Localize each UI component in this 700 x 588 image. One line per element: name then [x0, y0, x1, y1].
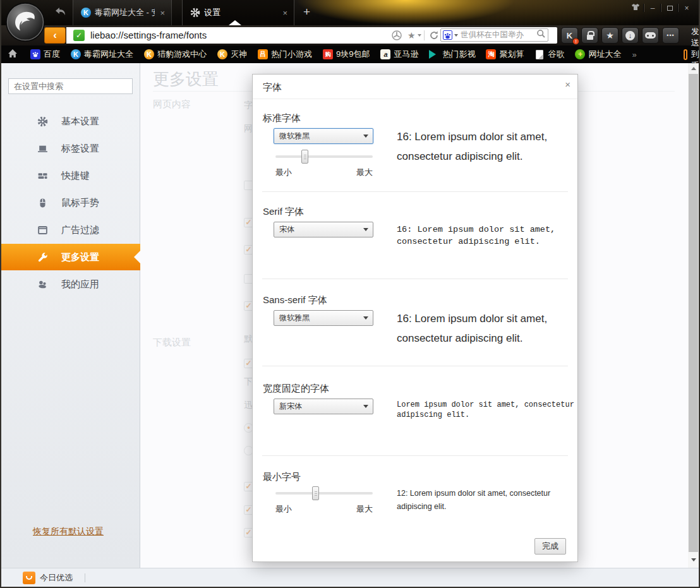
- bookmark-juhuasuan[interactable]: 淘聚划算: [486, 49, 524, 60]
- bookmark-liebao-games[interactable]: K猎豹游戏中心: [144, 49, 207, 60]
- gear-icon: [37, 116, 48, 127]
- phone-icon: [684, 49, 687, 60]
- standard-font-preview: 16: Lorem ipsum dolor sit amet, consecte…: [397, 127, 565, 166]
- tab-close-icon[interactable]: ×: [281, 8, 289, 18]
- close-button[interactable]: ×: [679, 3, 695, 13]
- theme-skin-icon[interactable]: [627, 3, 644, 13]
- slider-track[interactable]: [275, 492, 373, 495]
- dropdown-caret-icon: [363, 135, 368, 138]
- standard-font-select[interactable]: 微软雅黑: [274, 128, 373, 144]
- settings-search-input[interactable]: [8, 78, 133, 94]
- clipped-text-fragment: 默: [244, 333, 253, 345]
- serif-font-heading: Serif 字体: [263, 206, 304, 218]
- dropdown-caret-icon: [363, 316, 368, 320]
- scroll-down-arrow-icon[interactable]: [688, 552, 699, 568]
- bookmark-mieshen[interactable]: K灭神: [217, 49, 247, 60]
- standard-font-size-slider[interactable]: [275, 150, 373, 164]
- bookmark-mini-games[interactable]: 吕热门小游戏: [258, 49, 312, 60]
- bookmark-duba-nav[interactable]: K毒霸网址大全: [71, 49, 133, 60]
- slider-handle[interactable]: [312, 486, 319, 500]
- reset-defaults-link[interactable]: 恢复所有默认设置: [33, 526, 104, 537]
- laptop-icon: [37, 143, 48, 154]
- clipped-text-fragment: 网: [244, 123, 253, 135]
- home-icon[interactable]: [8, 49, 18, 60]
- tab-close-icon[interactable]: ×: [159, 8, 166, 18]
- url-text[interactable]: liebao://settings-frame/fonts: [90, 27, 207, 44]
- sans-serif-font-preview: 16: Lorem ipsum dolor sit amet, consecte…: [397, 309, 565, 348]
- kingsoft-k-button[interactable]: K !: [561, 27, 578, 44]
- titlebar-back-arrow-icon[interactable]: [54, 7, 67, 17]
- fixed-width-font-select[interactable]: 新宋体: [274, 399, 373, 414]
- minimize-button[interactable]: –: [644, 3, 661, 13]
- star-dropdown-caret-icon[interactable]: [418, 34, 421, 37]
- sidebar-item-tabs[interactable]: 标签设置: [1, 135, 140, 162]
- nav-wheel-icon[interactable]: [391, 30, 402, 41]
- slider-track[interactable]: [275, 155, 373, 158]
- divider: [262, 455, 568, 456]
- bookmark-amazon[interactable]: a亚马逊: [380, 49, 418, 60]
- today-picks-button[interactable]: 今日优选: [40, 572, 73, 584]
- tab-favicon-k-icon: K: [81, 8, 91, 18]
- sans-serif-font-heading: Sans-serif 字体: [263, 294, 327, 306]
- settings-sidebar: 基本设置 标签设置 快捷键 鼠标手势 广告过滤: [1, 63, 140, 568]
- bookmark-site-nav[interactable]: +网址大全: [575, 49, 621, 60]
- dialog-title: 字体: [263, 81, 282, 93]
- sans-serif-font-select[interactable]: 微软雅黑: [274, 310, 373, 326]
- slider-handle[interactable]: [301, 150, 308, 164]
- search-box[interactable]: 世俱杯在中国举办: [440, 28, 548, 42]
- bookmark-baidu[interactable]: 百度: [30, 49, 60, 60]
- sidebar-item-my-apps[interactable]: 我的应用: [1, 271, 140, 297]
- scrollbar-thumb[interactable]: [689, 74, 698, 552]
- sidebar-item-more-settings[interactable]: 更多设置: [1, 244, 140, 270]
- dropdown-caret-icon: [363, 228, 368, 231]
- address-bar[interactable]: ✓ liebao://settings-frame/fonts ★ 世俱杯在中国…: [66, 27, 557, 44]
- tab-title: 设置: [204, 7, 277, 18]
- sidebar-item-hotkeys[interactable]: 快捷键: [1, 162, 140, 189]
- tab-duba-site[interactable]: K 毒霸网址大全 - 安全... ×: [73, 0, 172, 25]
- search-hotword[interactable]: 世俱杯在中国举办: [461, 30, 536, 40]
- dialog-close-icon[interactable]: ×: [565, 79, 570, 90]
- maximize-button[interactable]: [661, 3, 678, 13]
- taobao-icon: 淘: [486, 49, 496, 59]
- scroll-up-arrow-icon[interactable]: [688, 63, 699, 74]
- sidebar-item-ad-filter[interactable]: 广告过滤: [1, 217, 140, 243]
- section-label-web-content: 网页内容: [153, 99, 191, 111]
- liebao-browser-logo[interactable]: [5, 2, 45, 42]
- fixed-width-font-heading: 宽度固定的字体: [263, 383, 329, 395]
- search-engine-paw-icon[interactable]: [443, 30, 452, 40]
- window-icon: [37, 224, 48, 236]
- slider-labels: 最小最大: [275, 167, 373, 178]
- clipped-checkbox-checked: ✓: [244, 505, 253, 515]
- vertical-scrollbar[interactable]: [688, 63, 699, 568]
- divider: [262, 366, 568, 366]
- search-magnifier-icon[interactable]: [536, 29, 546, 41]
- shopping-bag-icon[interactable]: [23, 572, 35, 584]
- privacy-lock-button[interactable]: [581, 27, 598, 44]
- favorites-button[interactable]: ★: [601, 27, 619, 44]
- sidebar-item-mouse-gestures[interactable]: 鼠标手势: [1, 189, 140, 216]
- new-tab-button[interactable]: +: [303, 5, 310, 19]
- refresh-icon[interactable]: [428, 30, 440, 41]
- address-bar-row: ‹ ✓ liebao://settings-frame/fonts ★ 世俱杯在…: [1, 25, 699, 45]
- page-title: 更多设置: [153, 68, 219, 90]
- baidu-paw-icon: [30, 49, 40, 59]
- clipped-radio: •: [244, 423, 253, 433]
- clipped-checkbox-checked: ✓: [244, 482, 253, 491]
- bookmark-9kuai9[interactable]: 购9块9包邮: [323, 49, 370, 60]
- window-controls: – ×: [627, 3, 695, 13]
- engine-dropdown-caret-icon[interactable]: [454, 34, 458, 37]
- clipped-checkbox-checked: ✓: [244, 301, 253, 311]
- done-button[interactable]: 完成: [534, 538, 566, 555]
- divider: [262, 279, 568, 279]
- bookmark-hot-video[interactable]: 热门影视: [429, 49, 475, 60]
- tab-gear-icon: [190, 8, 200, 18]
- back-button[interactable]: ‹: [44, 27, 66, 44]
- sidebar-item-basic[interactable]: 基本设置: [1, 108, 140, 135]
- bookmark-google[interactable]: 谷歌: [534, 49, 564, 60]
- clipped-text-fragment: 字: [244, 100, 253, 111]
- clipped-text-fragment: 下: [244, 376, 253, 388]
- tab-title: 毒霸网址大全 - 安全...: [95, 7, 155, 18]
- min-font-size-slider[interactable]: [275, 486, 373, 500]
- serif-font-select[interactable]: 宋体: [274, 222, 373, 237]
- bookmarks-overflow-chevron[interactable]: »: [632, 50, 636, 59]
